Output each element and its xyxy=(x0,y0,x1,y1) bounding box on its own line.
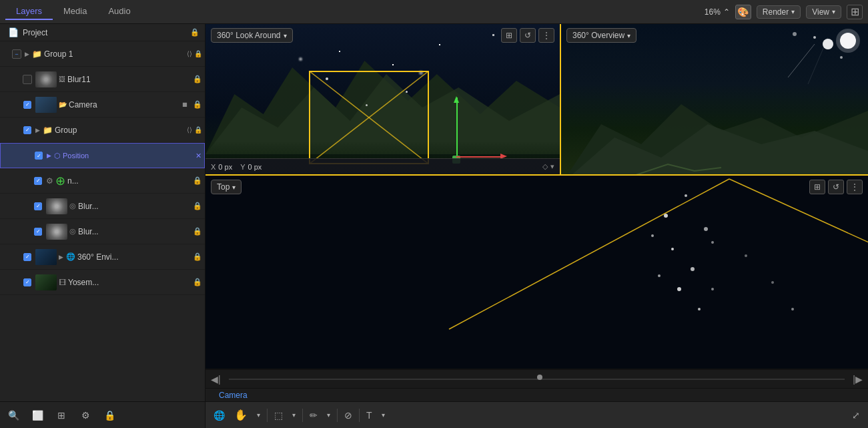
text-tool[interactable]: T xyxy=(364,409,375,422)
blur-b-label: Blur... xyxy=(78,227,191,236)
checkbox-camera[interactable]: ✓ xyxy=(21,99,33,111)
x-coord-value[interactable]: 0 px xyxy=(218,163,232,171)
bottom-more-icon[interactable]: ⋮ xyxy=(847,180,863,194)
viewport-more-icon[interactable]: ⋮ xyxy=(538,28,554,43)
select-tool[interactable]: ⬚ xyxy=(272,409,286,422)
color-picker-btn[interactable]: 🎨 xyxy=(735,5,751,19)
svg-point-23 xyxy=(677,287,681,291)
text-arrow[interactable]: ▾ xyxy=(379,410,388,420)
keyframe-arrow[interactable]: ▾ xyxy=(550,162,554,171)
left-bottom-toolbar: 🔍 ⬜ ⊞ ⚙ 🔒 xyxy=(0,401,205,428)
checkbox-blur-a[interactable]: ✓ xyxy=(32,200,44,212)
layer-row-yosem[interactable]: ✓ 🎞 Yosem... 🔒 xyxy=(0,270,205,295)
hand-tool-arrow[interactable]: ▾ xyxy=(254,410,263,420)
camera-lock[interactable]: 🔒 xyxy=(193,100,202,109)
checkbox-group[interactable]: ✓ xyxy=(21,124,33,136)
lock-btn[interactable]: 🔒 xyxy=(101,407,117,423)
hand-tool[interactable]: ✋ xyxy=(232,407,250,423)
bottom-grid-icon[interactable]: ⊞ xyxy=(809,180,825,194)
tab-layers[interactable]: Layers xyxy=(5,3,53,20)
overview-dropdown[interactable]: 360° Overview xyxy=(566,28,636,43)
checkbox-360[interactable]: ✓ xyxy=(21,251,33,263)
layer-row-blur-a[interactable]: ✓ ◎ Blur... 🔒 xyxy=(0,194,205,219)
group1-icons: ⟨⟩ 🔒 xyxy=(187,50,202,57)
viewport-left[interactable]: 360° Look Around ⊞ ↺ ⋮ X 0 px Y 0 px ◇ ▾ xyxy=(205,24,561,174)
settings-btn[interactable]: ⚙ xyxy=(77,407,93,423)
grid-layout-btn[interactable]: ⊞ xyxy=(847,5,863,19)
draw-tool[interactable]: ✏ xyxy=(307,409,320,422)
add-green-icon[interactable]: ⊕ xyxy=(55,174,65,188)
tab-audio[interactable]: Audio xyxy=(97,3,141,20)
viewport-left-header: 360° Look Around xyxy=(211,28,293,43)
blur-b-lock[interactable]: 🔒 xyxy=(193,227,202,236)
resize-icon[interactable]: ⤢ xyxy=(849,409,863,422)
yosem-lock[interactable]: 🔒 xyxy=(193,278,202,286)
timeline-end-btn[interactable]: |▶ xyxy=(853,374,863,385)
layer-row-camera[interactable]: ✓ 📂 Camera ⏹ 🔒 xyxy=(0,92,205,118)
checkbox-position[interactable]: ✓ xyxy=(33,150,45,162)
search-btn[interactable]: 🔍 xyxy=(5,407,21,423)
timeline-start-btn[interactable]: ◀| xyxy=(211,374,221,385)
top-view-dropdown[interactable]: Top xyxy=(211,180,242,194)
view-btn[interactable]: View xyxy=(806,5,841,19)
expand-group[interactable]: ▶ xyxy=(35,127,40,134)
thumb-yosem xyxy=(35,274,57,290)
layer-row-group[interactable]: ✓ ▶ 📁 Group ⟨⟩ 🔒 xyxy=(0,118,205,143)
panels-btn[interactable]: ⬜ xyxy=(29,407,45,423)
checkbox-blur11[interactable] xyxy=(21,73,33,85)
expand-360[interactable]: ▶ xyxy=(59,254,63,260)
viewport-right[interactable]: 360° Overview xyxy=(561,24,868,174)
grid-btn[interactable]: ⊞ xyxy=(53,407,69,423)
checkbox-blur-b[interactable]: ✓ xyxy=(32,226,44,238)
timeline-bar[interactable] xyxy=(229,379,845,380)
svg-point-28 xyxy=(791,308,794,310)
layer-row-360[interactable]: ✓ ▶ 🌐 360° Envi... 🔒 xyxy=(0,244,205,270)
expand-group1[interactable]: ▶ xyxy=(25,51,29,57)
checkbox-group1[interactable]: − xyxy=(11,48,23,60)
viewport-reset-icon[interactable]: ↺ xyxy=(520,28,536,43)
svg-point-22 xyxy=(658,274,661,277)
top-view-svg xyxy=(205,176,868,369)
select-arrow[interactable]: ▾ xyxy=(290,410,298,420)
checkbox-add[interactable]: ✓ xyxy=(32,175,44,187)
svg-point-20 xyxy=(691,267,695,271)
svg-line-11 xyxy=(808,37,828,84)
blur-a-lock[interactable]: 🔒 xyxy=(193,202,202,210)
position-close[interactable]: ✕ xyxy=(195,152,201,160)
layer-row-position[interactable]: ✓ ▶ ⬡ Position ✕ xyxy=(0,143,205,168)
zoom-arrows[interactable]: ⌃ xyxy=(723,7,730,17)
add-lock[interactable]: 🔒 xyxy=(193,176,202,185)
yosem-film-icon: 🎞 xyxy=(59,278,66,286)
keyframe-diamond[interactable]: ◇ xyxy=(542,162,548,171)
layer-row-add[interactable]: ✓ ⚙ ⊕ n... 🔒 xyxy=(0,168,205,194)
expand-position[interactable]: ▶ xyxy=(47,152,51,159)
layer-row-group1[interactable]: − ▶ 📁 Group 1 ⟨⟩ 🔒 xyxy=(0,41,205,67)
globe-tool[interactable]: 🌐 xyxy=(211,409,228,422)
360-lock[interactable]: 🔒 xyxy=(193,252,202,261)
layer-row-blur11[interactable]: 🖼 Blur11 🔒 xyxy=(0,67,205,92)
render-btn[interactable]: Render xyxy=(757,5,801,19)
project-lock-icon[interactable]: 🔒 xyxy=(190,28,199,37)
look-around-dropdown[interactable]: 360° Look Around xyxy=(211,28,293,43)
layer-row-blur-b[interactable]: ✓ ◎ Blur... 🔒 xyxy=(0,219,205,244)
bottom-reset-icon[interactable]: ↺ xyxy=(828,180,844,194)
tab-media[interactable]: Media xyxy=(53,3,97,20)
svg-point-27 xyxy=(771,281,774,284)
panel-tabs: Layers Media Audio xyxy=(5,3,141,20)
zoom-value[interactable]: 16% xyxy=(705,7,721,17)
draw-arrow[interactable]: ▾ xyxy=(324,410,333,420)
blur11-lock[interactable]: 🔒 xyxy=(193,75,202,83)
gear-icon: ⚙ xyxy=(46,176,53,186)
group1-label: Group 1 xyxy=(44,49,185,59)
left-panel: 📄 Project 🔒 − ▶ 📁 Group 1 ⟨⟩ 🔒 xyxy=(0,24,205,428)
thumb-blur-b xyxy=(46,224,67,240)
checkbox-yosem[interactable]: ✓ xyxy=(21,276,33,288)
svg-point-17 xyxy=(685,194,687,197)
viewport-grid-icon[interactable]: ⊞ xyxy=(501,28,517,43)
timeline-labels: Camera xyxy=(205,388,868,401)
viewport-bottom[interactable]: Top ⊞ ↺ ⋮ xyxy=(205,176,868,369)
y-coord-value[interactable]: 0 px xyxy=(248,163,262,171)
blur-b-circle-icon: ◎ xyxy=(69,227,76,236)
position-behavior-icon: ⬡ xyxy=(54,152,61,160)
pen-tool[interactable]: ⊘ xyxy=(342,409,355,422)
